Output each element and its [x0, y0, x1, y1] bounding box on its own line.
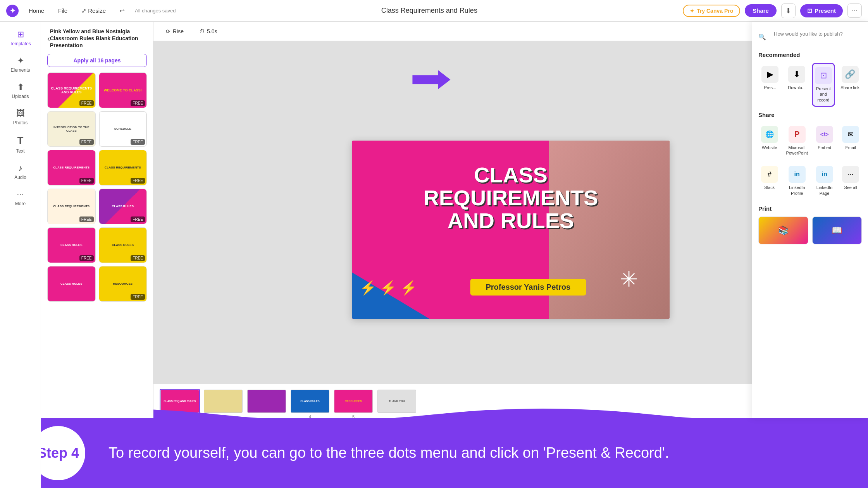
share-section-title: Share — [758, 112, 862, 118]
sidebar-item-more[interactable]: ··· More — [0, 185, 41, 211]
publish-item-linkedin-page[interactable]: in LinkedIn Page — [813, 163, 836, 199]
list-item[interactable]: SCHEDULE FREE — [99, 111, 147, 147]
star-icon: ✦ — [690, 8, 694, 14]
templates-grid: CLASS REQUIREMENTS AND RULES FREE WELCOM… — [47, 72, 147, 302]
embed-label: Embed — [818, 145, 831, 150]
free-badge: FREE — [131, 178, 145, 184]
templates-panel: ‹ Pink Yellow and Blue Nostalgia Classro… — [41, 22, 153, 418]
brand-icon: ✦ — [6, 5, 19, 17]
powerpoint-icon-box: P — [789, 126, 806, 143]
sidebar-item-templates[interactable]: ⊞ Templates — [0, 25, 41, 51]
clock-icon: ⏱ — [199, 28, 205, 34]
templates-panel-title: Pink Yellow and Blue Nostalgia Classroom… — [50, 28, 147, 49]
share-section: Share 🌐 Website P Microsoft PowerPoint <… — [758, 112, 862, 199]
bottom-section: Step 4 To record yourself, you can go to… — [0, 418, 868, 488]
website-label: Website — [762, 145, 777, 150]
brand-logo[interactable]: ✦ — [6, 5, 19, 17]
download-button[interactable]: ⬇ — [781, 3, 796, 18]
slide-title-area: CLASS REQUIREMENTS AND RULES — [384, 164, 638, 232]
templates-label: Templates — [10, 41, 31, 46]
resize-button[interactable]: ⤢ Resize — [78, 5, 110, 17]
resize-icon: ⤢ — [81, 7, 86, 14]
print-card-1[interactable]: 📚 — [758, 217, 808, 244]
present-record-icon-box: ⊡ — [815, 67, 832, 84]
audio-icon: ♪ — [18, 163, 22, 173]
share-button[interactable]: Share — [745, 4, 777, 17]
linkedin-page-icon-box: in — [816, 166, 833, 183]
search-icon: 🔍 — [758, 33, 766, 41]
publish-item-email[interactable]: ✉ Email — [839, 123, 862, 159]
publish-item-present-record[interactable]: ⊡ Present and record — [812, 63, 835, 107]
sidebar-item-text[interactable]: T Text — [0, 130, 41, 158]
star-decoration: ✳ — [620, 267, 638, 292]
elements-icon: ✦ — [17, 56, 24, 66]
list-item[interactable]: CLASS RULES — [47, 266, 96, 302]
see-all-label: See all — [844, 185, 857, 190]
see-all-icon-box: ··· — [842, 166, 859, 183]
list-item[interactable]: CLASS REQUIREMENTS FREE — [99, 150, 147, 186]
publish-dropdown-panel: 🔍 Recommended ▶ Pres... ⬇ Downlo... ⊡ Pr… — [752, 22, 868, 418]
sidebar-item-elements[interactable]: ✦ Elements — [0, 51, 41, 77]
free-badge: FREE — [79, 139, 94, 145]
publish-item-download[interactable]: ⬇ Downlo... — [785, 63, 809, 107]
publish-item-powerpoint[interactable]: P Microsoft PowerPoint — [785, 123, 809, 159]
more-icon: ··· — [17, 189, 24, 199]
home-button[interactable]: Home — [25, 5, 48, 16]
publish-item-linkedin-profile[interactable]: in LinkedIn Profile — [785, 163, 809, 199]
document-title: Class Requirements and Rules — [176, 7, 683, 15]
back-button[interactable]: ‹ — [47, 34, 50, 43]
list-item[interactable]: RESOURCES FREE — [99, 266, 147, 302]
file-button[interactable]: File — [54, 5, 71, 16]
free-badge: FREE — [79, 255, 94, 261]
present-icon-box: ▶ — [761, 66, 778, 83]
duration-button[interactable]: ⏱ 5.0s — [195, 26, 222, 36]
list-item[interactable]: CLASS RULES FREE — [99, 189, 147, 224]
more-options-button[interactable]: ··· — [847, 3, 862, 18]
present-record-label: Present and record — [815, 86, 833, 103]
uploads-label: Uploads — [12, 94, 29, 99]
download-icon-box: ⬇ — [788, 66, 805, 83]
audio-label: Audio — [14, 175, 26, 180]
slide-title-text: CLASS REQUIREMENTS AND RULES — [384, 164, 638, 232]
publish-item-present[interactable]: ▶ Pres... — [758, 63, 782, 107]
publish-search-row: 🔍 — [758, 28, 862, 46]
print-card-image-2: 📖 — [813, 217, 862, 244]
list-item[interactable]: CLASS REQUIREMENTS AND RULES FREE — [47, 72, 96, 108]
share-grid: 🌐 Website P Microsoft PowerPoint </> Emb… — [758, 123, 862, 199]
undo-button[interactable]: ↩ — [116, 5, 129, 17]
presentation-slide[interactable]: ⚡ ⚡ ⚡ ✳ CLASS REQUIREMENTS AND RULES Pro… — [352, 141, 670, 319]
publish-item-share-link[interactable]: 🔗 Share link — [838, 63, 862, 107]
publish-item-embed[interactable]: </> Embed — [813, 123, 836, 159]
share-link-label: Share link — [840, 85, 859, 90]
publish-search-input[interactable] — [769, 28, 862, 40]
elements-label: Elements — [10, 67, 30, 73]
print-section: Print 📚 📖 — [758, 205, 862, 244]
uploads-icon: ⬆ — [17, 82, 24, 92]
text-icon: T — [17, 135, 24, 147]
print-card-2[interactable]: 📖 — [812, 217, 862, 244]
free-badge: FREE — [131, 255, 145, 261]
publish-item-website[interactable]: 🌐 Website — [758, 123, 781, 159]
linkedin-profile-icon-box: in — [789, 166, 806, 183]
publish-item-see-all[interactable]: ··· See all — [839, 163, 862, 199]
list-item[interactable]: WELCOME TO CLASS! FREE — [99, 72, 147, 108]
list-item[interactable]: CLASS REQUIREMENTS FREE — [47, 189, 96, 224]
publish-item-slack[interactable]: # Slack — [758, 163, 781, 199]
list-item[interactable]: CLASS RULES FREE — [99, 227, 147, 263]
apply-all-button[interactable]: Apply all 16 pages — [47, 54, 147, 67]
present-button[interactable]: ⊡ Present — [800, 4, 843, 17]
sidebar-item-photos[interactable]: 🖼 Photos — [0, 104, 41, 130]
email-label: Email — [845, 145, 856, 150]
sidebar-item-audio[interactable]: ♪ Audio — [0, 158, 41, 185]
embed-icon-box: </> — [816, 126, 833, 143]
list-item[interactable]: CLASS RULES FREE — [47, 227, 96, 263]
transition-icon: ⟳ — [166, 28, 170, 34]
topbar-right: ✦ Try Canva Pro Share ⬇ ⊡ Present ··· — [683, 3, 862, 18]
professor-badge: Professor Yanis Petros — [470, 279, 586, 296]
list-item[interactable]: INTRODUCTION TO THE CLASS FREE — [47, 111, 96, 147]
transition-button[interactable]: ⟳ Rise — [161, 26, 188, 36]
free-badge: FREE — [131, 100, 145, 106]
list-item[interactable]: CLASS REQUIREMENTS FREE — [47, 150, 96, 186]
sidebar-item-uploads[interactable]: ⬆ Uploads — [0, 77, 41, 104]
try-canva-pro-button[interactable]: ✦ Try Canva Pro — [683, 5, 740, 17]
